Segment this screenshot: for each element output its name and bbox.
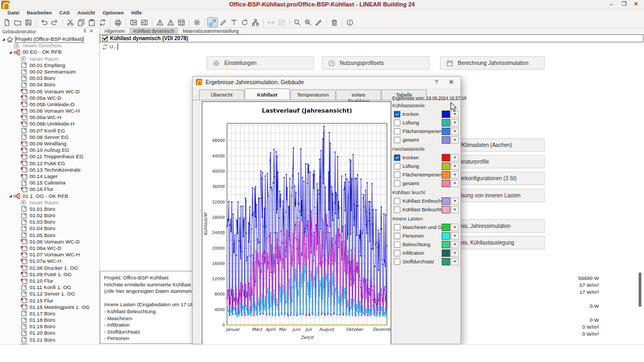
series-checkbox[interactable] (394, 154, 400, 161)
series-checkbox[interactable] (394, 206, 400, 213)
button-einstellungen[interactable]: Einstellungen (207, 56, 314, 70)
tree-item-label[interactable]: 00.13 Technikzentrale (30, 167, 80, 173)
series-checkbox[interactable] (394, 128, 400, 135)
tree-item[interactable]: 01.04 Büro (0, 225, 99, 232)
dialog-tab-2[interactable]: Temperaturen (290, 90, 335, 100)
tree-item[interactable]: 00.13 Technikzentrale (0, 167, 99, 173)
tree-item[interactable]: 00.06 Vorraum WC-H (0, 108, 99, 114)
color-swatch[interactable] (442, 206, 450, 213)
main-scrollbar-thumb[interactable] (639, 272, 641, 307)
panel-left-icon[interactable] (129, 18, 138, 27)
color-dropdown[interactable]: ▼ (451, 232, 459, 240)
tree-item[interactable]: 01.02 Büro (0, 212, 99, 219)
tree-item-label[interactable]: 01.17 Büro (30, 311, 55, 317)
series-checkbox[interactable] (394, 163, 400, 169)
series-checkbox[interactable] (394, 137, 400, 143)
color-dropdown[interactable]: ▼ (451, 258, 459, 265)
tree-expander-icon[interactable] (2, 38, 5, 41)
color-dropdown[interactable]: ▼ (451, 119, 459, 127)
tree-item[interactable]: 01.21 Büro (0, 337, 99, 343)
color-swatch[interactable] (442, 232, 450, 240)
series-checkbox[interactable] (394, 258, 400, 265)
tree-item-label[interactable]: 01.03 Büro (30, 219, 55, 225)
color-dropdown[interactable]: ▼ (451, 136, 459, 144)
color-swatch[interactable] (442, 224, 450, 231)
tree-item-label[interactable]: 01.06a WC-D (30, 245, 61, 252)
resize-h-icon[interactable] (266, 18, 276, 27)
tree-item-label[interactable]: 01.08 Drucker 1. OG (30, 265, 78, 271)
dialog-close-button[interactable]: ✕ (449, 78, 454, 86)
tree-item[interactable]: 01.07a WC-H (0, 258, 99, 264)
minimize-button[interactable]: – (605, 1, 617, 7)
rotate-icon[interactable] (240, 18, 250, 27)
close-panel-icon[interactable]: ✕ (89, 28, 96, 34)
tree-item-label[interactable]: 01.18 Büro (30, 317, 55, 323)
color-swatch[interactable] (442, 249, 450, 257)
tree-item-label[interactable]: 00.12 PuMi EG (30, 160, 65, 167)
tree-item-label[interactable]: 00.06b Umkleide-H (30, 121, 75, 127)
menu-item-datei[interactable]: Datei (8, 10, 19, 16)
tree-item-label[interactable]: 01.01 Büro (30, 206, 55, 212)
tree-item-label[interactable]: 01.04 Büro (30, 225, 55, 232)
doc-tab-0[interactable]: Allgemein (100, 28, 129, 34)
tree-item[interactable]: 00 EG - OK RFB (0, 49, 99, 55)
paste-icon[interactable] (87, 18, 97, 27)
color-dropdown[interactable]: ▼ (451, 224, 459, 231)
calc-table-icon[interactable] (177, 18, 186, 27)
zoom-icon[interactable] (292, 18, 302, 27)
color-swatch[interactable] (442, 154, 450, 161)
pen-icon[interactable] (314, 18, 324, 27)
color-swatch[interactable] (442, 180, 450, 187)
tree-item[interactable]: neues Geschoss (0, 42, 99, 49)
maximize-button[interactable]: ❐ (618, 1, 630, 8)
tree-item-label[interactable]: 01 1. OG - OK RFB (23, 193, 68, 200)
series-checkbox[interactable] (394, 180, 400, 187)
copy-icon[interactable] (76, 18, 86, 27)
tree-item-label[interactable]: 01.10 Flur (30, 278, 53, 284)
tree-item[interactable]: 01 1. OG - OK RFB (0, 193, 99, 200)
tree-item-label[interactable]: 01.02 Büro (30, 212, 55, 219)
tree-item[interactable]: 01.01 Büro (0, 206, 99, 212)
color-dropdown[interactable]: ▼ (451, 197, 459, 205)
covered-button[interactable]: erkonfigurationen (3 St) (460, 172, 545, 185)
tree-item[interactable]: 01.07 Vorraum WC-H (0, 252, 99, 258)
tree-item-label[interactable]: 00.15 Cafeteria (30, 180, 65, 186)
tree-item[interactable]: 01.09 PuMi 1. OG (0, 271, 99, 278)
color-swatch[interactable] (442, 128, 450, 135)
color-dropdown[interactable]: ▼ (451, 128, 459, 135)
series-checkbox[interactable] (394, 233, 400, 239)
tree-item-label[interactable]: 01.19 Büro (30, 323, 55, 330)
tree-item-label[interactable]: 01.16 Meetingpoint 1. OG (30, 304, 90, 311)
panel-header-icons[interactable]: ⊼✕ (83, 28, 96, 34)
warning-a-icon[interactable] (155, 18, 165, 27)
tree-item[interactable]: 00.08 Server EG (0, 134, 99, 141)
covered-button[interactable]: /Klimadaten (Aachen) (460, 138, 545, 152)
tree-item[interactable]: 01.06 Vorraum WC-D (0, 239, 99, 245)
dialog-tab-3[interactable]: solare Strahlung (336, 90, 381, 100)
redo-icon[interactable] (50, 18, 60, 27)
tree-item-label[interactable]: 00.10 Aufzug EG (30, 147, 69, 153)
tree-item-label[interactable]: 00.05 Vorraum WC-D (30, 88, 80, 95)
tree-item[interactable]: 01.06a WC-D (0, 245, 99, 252)
series-checkbox[interactable] (394, 172, 400, 178)
box-select-icon[interactable] (277, 18, 287, 27)
tree-item[interactable]: 00.04 Büro (0, 82, 99, 88)
covered-button[interactable]: nis, Kühllastauslegung (460, 236, 545, 249)
tree-item[interactable]: 00.01 Empfang (0, 62, 99, 69)
tree-item-label[interactable]: 00.07 Konfi EG (30, 128, 65, 134)
tree-item-label[interactable]: 00.05a WC-D (30, 95, 61, 101)
tree-item[interactable]: 01.18 Büro (0, 317, 99, 323)
panel-right-icon[interactable] (140, 18, 149, 27)
tree-item-label[interactable]: 01.07 Vorraum WC-H (30, 252, 80, 258)
save-icon[interactable] (24, 18, 33, 27)
series-checkbox[interactable] (394, 198, 400, 204)
doc-tab-1[interactable]: Kühllast dynamisch (129, 28, 179, 34)
text-icon[interactable] (229, 18, 239, 27)
color-dropdown[interactable]: ▼ (451, 171, 459, 179)
covered-button[interactable]: isung von inneren Lasten (460, 189, 545, 202)
pencil-icon[interactable] (218, 18, 228, 27)
dialog-tab-0[interactable]: Übersicht (199, 90, 244, 100)
tree-item[interactable]: 00.12 PuMi EG (0, 160, 99, 167)
tree-item[interactable]: neuer Raum (0, 56, 99, 62)
tree-item-label[interactable]: 00.02 Seminarraum (30, 69, 76, 75)
